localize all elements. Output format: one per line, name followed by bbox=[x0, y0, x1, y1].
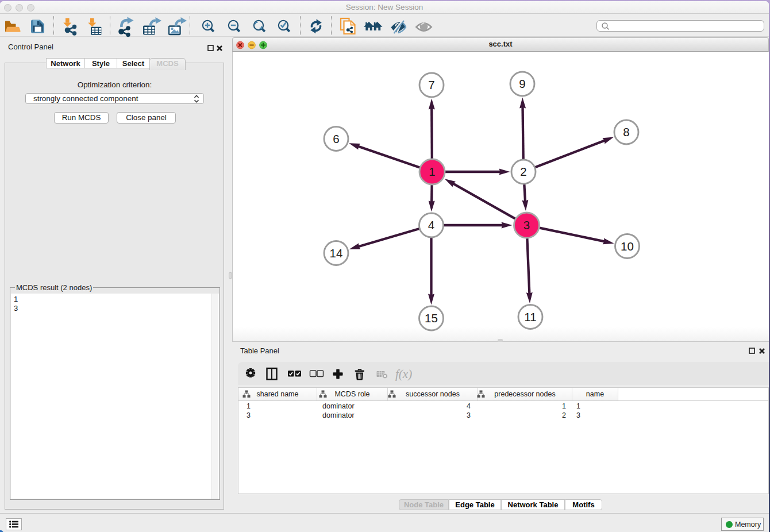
svg-text:6: 6 bbox=[333, 132, 339, 145]
svg-text:14: 14 bbox=[330, 246, 343, 260]
svg-text:4: 4 bbox=[428, 218, 434, 232]
svg-text:11: 11 bbox=[524, 310, 536, 323]
svg-text:9: 9 bbox=[519, 77, 525, 90]
svg-text:15: 15 bbox=[425, 311, 438, 325]
svg-text:f(x): f(x) bbox=[395, 367, 412, 381]
svg-text:8: 8 bbox=[623, 125, 629, 138]
svg-text:2: 2 bbox=[520, 165, 526, 178]
svg-text:7: 7 bbox=[428, 78, 434, 91]
svg-text:1: 1 bbox=[429, 165, 435, 178]
svg-text:10: 10 bbox=[621, 240, 634, 253]
svg-text:3: 3 bbox=[523, 218, 530, 232]
